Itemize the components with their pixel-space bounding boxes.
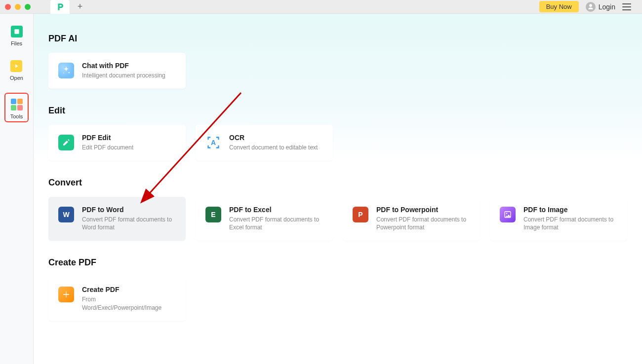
image-icon xyxy=(500,207,516,222)
card-title: PDF to Image xyxy=(523,206,617,214)
card-title: Create PDF xyxy=(82,286,176,293)
section-title-edit: Edit xyxy=(48,106,627,116)
menu-button[interactable] xyxy=(622,1,633,12)
ocr-icon: A xyxy=(205,135,221,150)
minimize-window[interactable] xyxy=(15,4,21,10)
svg-rect-0 xyxy=(14,29,19,34)
sidebar-item-tools[interactable]: Tools xyxy=(4,93,29,122)
section-title-pdf-ai: PDF AI xyxy=(48,34,627,44)
card-title: PDF to Word xyxy=(82,206,176,214)
tab-strip: + xyxy=(50,0,90,14)
section-title-create-pdf: Create PDF xyxy=(48,257,627,268)
card-desc: Convert document to editable text xyxy=(229,144,318,152)
login-label: Login xyxy=(599,3,615,11)
card-ocr[interactable]: A OCR Convert document to editable text xyxy=(196,125,333,161)
svg-point-5 xyxy=(506,213,508,214)
excel-icon: E xyxy=(205,207,221,222)
card-desc: From Word/Execl/Powerpoint/Image xyxy=(82,295,176,312)
card-pdf-to-excel[interactable]: E PDF to Excel Convert PDF format docume… xyxy=(196,197,333,241)
section-title-convert: Convert xyxy=(48,178,627,188)
svg-point-1 xyxy=(69,72,70,73)
svg-point-2 xyxy=(63,73,64,73)
sidebar-label-open: Open xyxy=(10,75,23,81)
open-icon xyxy=(10,60,22,72)
edit-icon xyxy=(58,135,74,150)
card-title: PDF to Excel xyxy=(229,206,323,214)
card-title: Chat with PDF xyxy=(82,62,165,70)
card-desc: Convert PDF format documents to Excel fo… xyxy=(229,216,323,232)
app-logo-icon xyxy=(56,2,65,11)
card-pdf-to-word[interactable]: W PDF to Word Convert PDF format documen… xyxy=(48,197,186,241)
login-button[interactable]: Login xyxy=(586,2,615,12)
maximize-window[interactable] xyxy=(25,4,31,10)
user-avatar-icon xyxy=(586,2,596,12)
card-create-pdf[interactable]: Create PDF From Word/Execl/Powerpoint/Im… xyxy=(48,277,186,321)
card-chat-with-pdf[interactable]: Chat with PDF Intelligent document proce… xyxy=(48,53,186,89)
card-desc: Convert PDF format documents to Image fo… xyxy=(523,216,617,232)
card-desc: Intelligent document processing xyxy=(82,72,165,80)
sparkle-icon xyxy=(58,63,74,78)
card-title: PDF Edit xyxy=(82,134,133,142)
card-pdf-to-powerpoint[interactable]: P PDF to Powerpoint Convert PDF format d… xyxy=(343,197,480,241)
tools-icon xyxy=(11,99,23,110)
powerpoint-icon: P xyxy=(353,207,368,222)
window-controls xyxy=(5,4,31,10)
buy-now-button[interactable]: Buy Now xyxy=(539,1,579,12)
files-icon xyxy=(11,26,23,37)
sidebar-item-files[interactable]: Files xyxy=(8,24,26,48)
card-title: OCR xyxy=(229,134,318,142)
new-tab-button[interactable]: + xyxy=(70,0,90,14)
svg-text:A: A xyxy=(211,138,216,146)
card-pdf-to-image[interactable]: PDF to Image Convert PDF format document… xyxy=(490,197,627,241)
card-desc: Convert PDF format documents to Word for… xyxy=(82,216,176,232)
titlebar: + Buy Now Login xyxy=(0,0,642,14)
card-desc: Edit PDF document xyxy=(82,144,133,152)
close-window[interactable] xyxy=(5,4,11,10)
create-pdf-icon xyxy=(58,287,74,302)
main-content: PDF AI Chat with PDF Intelligent documen… xyxy=(34,14,642,364)
sidebar-label-files: Files xyxy=(11,40,22,46)
sidebar-label-tools: Tools xyxy=(10,113,23,119)
sidebar: Files Open Tools xyxy=(0,14,34,364)
card-desc: Convert PDF format documents to Powerpoi… xyxy=(376,216,470,232)
card-title: PDF to Powerpoint xyxy=(376,206,470,214)
sidebar-item-open[interactable]: Open xyxy=(7,58,26,83)
word-icon: W xyxy=(58,207,74,222)
card-pdf-edit[interactable]: PDF Edit Edit PDF document xyxy=(48,125,186,161)
home-tab[interactable] xyxy=(50,0,70,14)
